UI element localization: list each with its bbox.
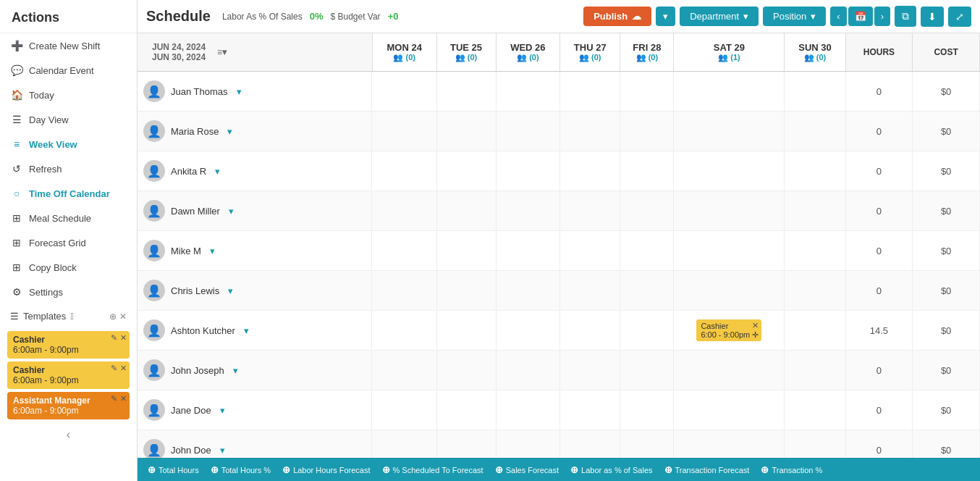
shift-close-btn[interactable]: ✕ bbox=[752, 321, 759, 330]
shift-cell-emp3-wed26[interactable] bbox=[496, 151, 560, 191]
shift-cell-emp3-fri28[interactable] bbox=[620, 151, 674, 191]
shift-cell-emp9-fri28[interactable] bbox=[620, 390, 674, 430]
shift-cell-emp8-sun30[interactable] bbox=[785, 351, 845, 390]
shift-cell-emp9-sun30[interactable] bbox=[785, 390, 845, 430]
stat-item-3[interactable]: ⊕% Scheduled To Forecast bbox=[376, 464, 489, 475]
shift-cell-emp1-mon24[interactable] bbox=[372, 72, 436, 112]
shift-cell-emp1-tue25[interactable] bbox=[436, 72, 496, 112]
shift-cell-emp5-sat29[interactable] bbox=[674, 231, 785, 271]
shift-cell-emp5-fri28[interactable] bbox=[620, 231, 674, 271]
template-add-icon[interactable]: ⊕ bbox=[109, 311, 117, 322]
calendar-icon-button[interactable]: 📅 bbox=[848, 7, 873, 26]
employee-dropdown-arrow[interactable]: ▾ bbox=[220, 445, 225, 456]
card-edit-icon[interactable]: ✎ bbox=[111, 394, 117, 403]
shift-cell-emp3-thu27[interactable] bbox=[560, 151, 620, 191]
shift-cell-emp2-sat29[interactable] bbox=[674, 112, 785, 151]
shift-cell-emp5-thu27[interactable] bbox=[560, 231, 620, 271]
publish-chevron-button[interactable]: ▾ bbox=[656, 7, 675, 26]
stat-item-5[interactable]: ⊕Labor as % of Sales bbox=[565, 464, 658, 475]
shift-cell-emp6-mon24[interactable] bbox=[372, 271, 436, 311]
sidebar-item-forecast-grid[interactable]: ⊞ Forecast Grid bbox=[0, 230, 137, 255]
shift-cell-emp2-mon24[interactable] bbox=[372, 112, 436, 151]
shift-cell-emp7-sat29[interactable]: ✕ Cashier 6:00 - 9:00pm ✛ bbox=[674, 311, 785, 351]
sidebar-item-meal-schedule[interactable]: ⊞ Meal Schedule bbox=[0, 206, 137, 230]
shift-cell-emp4-sun30[interactable] bbox=[785, 191, 845, 231]
shift-cell-emp7-sun30[interactable] bbox=[785, 311, 845, 351]
stat-item-1[interactable]: ⊕Total Hours % bbox=[205, 464, 276, 475]
sidebar-item-today[interactable]: 🏠 Today bbox=[0, 83, 137, 107]
shift-cell-emp7-fri28[interactable] bbox=[620, 311, 674, 351]
employee-dropdown-arrow[interactable]: ▾ bbox=[233, 365, 238, 376]
shift-cell-emp8-sat29[interactable] bbox=[674, 351, 785, 390]
shift-cell-emp4-tue25[interactable] bbox=[436, 191, 496, 231]
shift-cell-emp5-wed26[interactable] bbox=[496, 231, 560, 271]
shift-cell-emp10-fri28[interactable] bbox=[620, 430, 674, 459]
shift-cell-emp1-wed26[interactable] bbox=[496, 72, 560, 112]
shift-cell-emp3-sun30[interactable] bbox=[785, 151, 845, 191]
shift-cell-emp6-sat29[interactable] bbox=[674, 271, 785, 311]
shift-cell-emp9-sat29[interactable] bbox=[674, 390, 785, 430]
shift-cell-emp9-tue25[interactable] bbox=[436, 390, 496, 430]
shift-cell-emp3-mon24[interactable] bbox=[372, 151, 436, 191]
employee-dropdown-arrow[interactable]: ▾ bbox=[210, 246, 215, 256]
shift-cell-emp7-tue25[interactable] bbox=[436, 311, 496, 351]
shift-cell-emp10-mon24[interactable] bbox=[372, 430, 436, 459]
department-button[interactable]: Department ▾ bbox=[680, 7, 759, 26]
sidebar-item-create-new-shift[interactable]: ➕ Create New Shift bbox=[0, 33, 137, 58]
shift-cell-emp1-fri28[interactable] bbox=[620, 72, 674, 112]
stat-item-7[interactable]: ⊕Transaction % bbox=[755, 464, 828, 475]
employee-dropdown-arrow[interactable]: ▾ bbox=[220, 405, 225, 416]
shift-cell-emp8-thu27[interactable] bbox=[560, 351, 620, 390]
sidebar-collapse-btn[interactable]: ‹ bbox=[0, 422, 137, 447]
next-week-button[interactable]: › bbox=[874, 7, 890, 26]
sidebar-item-day-view[interactable]: ☰ Day View bbox=[0, 107, 137, 132]
employee-dropdown-arrow[interactable]: ▾ bbox=[229, 206, 234, 217]
employee-dropdown-arrow[interactable]: ▾ bbox=[227, 126, 232, 137]
position-button[interactable]: Position ▾ bbox=[763, 7, 826, 26]
sidebar-item-copy-block[interactable]: ⊞ Copy Block bbox=[0, 255, 137, 280]
shift-cell-emp9-wed26[interactable] bbox=[496, 390, 560, 430]
stat-item-4[interactable]: ⊕Sales Forecast bbox=[489, 464, 565, 475]
shift-cell-emp3-tue25[interactable] bbox=[436, 151, 496, 191]
shift-card-card1[interactable]: ✎ ✕ Cashier 6:00am - 9:00pm bbox=[7, 331, 130, 359]
expand-icon-button[interactable]: ⤢ bbox=[948, 7, 971, 27]
shift-cell-emp2-tue25[interactable] bbox=[436, 112, 496, 151]
shift-cell-emp10-sun30[interactable] bbox=[785, 430, 845, 459]
shift-cell-emp6-wed26[interactable] bbox=[496, 271, 560, 311]
shift-cell-emp7-thu27[interactable] bbox=[560, 311, 620, 351]
shift-cell-emp1-sat29[interactable] bbox=[674, 72, 785, 112]
template-tag-icon[interactable]: 𝕀 bbox=[70, 311, 74, 322]
shift-move-handle[interactable]: ✛ bbox=[752, 330, 759, 340]
shift-cell-emp6-sun30[interactable] bbox=[785, 271, 845, 311]
shift-cell-emp4-mon24[interactable] bbox=[372, 191, 436, 231]
shift-cell-emp5-mon24[interactable] bbox=[372, 231, 436, 271]
shift-cell-emp9-thu27[interactable] bbox=[560, 390, 620, 430]
employee-dropdown-arrow[interactable]: ▾ bbox=[237, 86, 242, 97]
shift-cell-emp2-sun30[interactable] bbox=[785, 112, 845, 151]
card-edit-icon[interactable]: ✎ bbox=[111, 364, 117, 373]
shift-cell-emp10-tue25[interactable] bbox=[436, 430, 496, 459]
sidebar-item-time-off-calendar[interactable]: ○ Time Off Calendar bbox=[0, 181, 137, 206]
shift-cell-emp7-mon24[interactable] bbox=[372, 311, 436, 351]
card-close-icon[interactable]: ✕ bbox=[120, 394, 127, 403]
shift-cell-emp8-mon24[interactable] bbox=[372, 351, 436, 390]
shift-cell-emp3-sat29[interactable] bbox=[674, 151, 785, 191]
sidebar-item-calendar-event[interactable]: 💬 Calendar Event bbox=[0, 58, 137, 83]
sort-icon[interactable]: ≡▾ bbox=[217, 47, 227, 57]
shift-cell-emp10-thu27[interactable] bbox=[560, 430, 620, 459]
shift-cell-emp4-wed26[interactable] bbox=[496, 191, 560, 231]
shift-cell-emp4-sat29[interactable] bbox=[674, 191, 785, 231]
sidebar-item-refresh[interactable]: ↺ Refresh bbox=[0, 156, 137, 181]
publish-button[interactable]: Publish ☁ bbox=[583, 7, 651, 26]
employee-dropdown-arrow[interactable]: ▾ bbox=[244, 325, 249, 336]
shift-cell-emp5-tue25[interactable] bbox=[436, 231, 496, 271]
shift-cell-emp6-tue25[interactable] bbox=[436, 271, 496, 311]
shift-cell-emp6-thu27[interactable] bbox=[560, 271, 620, 311]
export-icon-button[interactable]: ⬇ bbox=[921, 7, 944, 27]
stat-item-6[interactable]: ⊕Transaction Forecast bbox=[659, 464, 756, 475]
shift-cell-emp6-fri28[interactable] bbox=[620, 271, 674, 311]
shift-cell-emp8-tue25[interactable] bbox=[436, 351, 496, 390]
shift-cell-emp7-wed26[interactable] bbox=[496, 311, 560, 351]
shift-block[interactable]: ✕ Cashier 6:00 - 9:00pm ✛ bbox=[696, 319, 761, 341]
shift-cell-emp1-sun30[interactable] bbox=[785, 72, 845, 112]
